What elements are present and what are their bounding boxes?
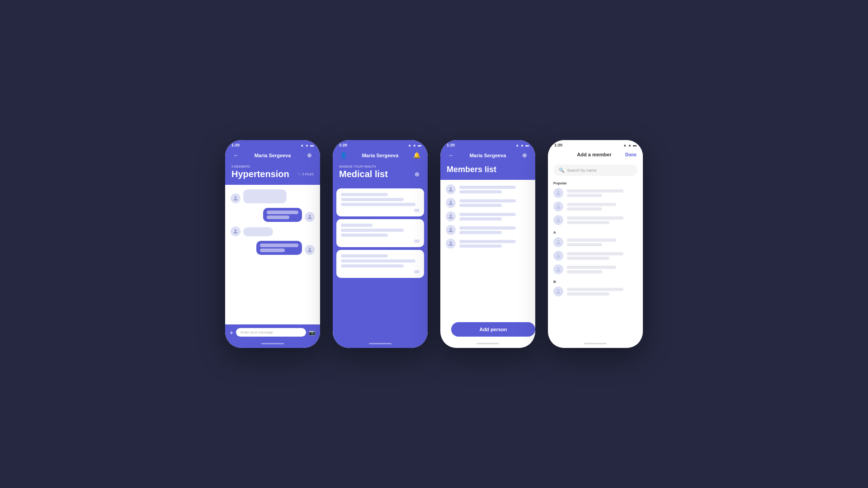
member-row-5[interactable] [446, 239, 530, 249]
page-header-2: MANAGE YOUR HEALTH Medical list ⊕ [333, 163, 428, 185]
status-time-1: 1:20 [231, 143, 240, 147]
page-header-1: 5 MEMBERS Hypertension 📎 5 FILES [225, 163, 320, 185]
add-member-title: Add a member [563, 152, 625, 157]
svg-point-11 [557, 218, 560, 220]
member-row-4[interactable] [446, 225, 530, 235]
svg-point-15 [557, 289, 560, 291]
status-icons-1: ▲ ▲ ▬ [300, 143, 314, 147]
phone-medical: 1:20 ▲ ▲ ▬ 👤 Maria Sergeeva 🔔 MANAGE YOU… [333, 140, 428, 348]
avatar-3 [231, 226, 241, 236]
status-bar-1: 1:20 ▲ ▲ ▬ [225, 140, 320, 149]
status-bar-3: 1:20 ▲ ▲ ▬ [440, 140, 535, 149]
chat-input-bar: + Enter your message 📷 [225, 324, 320, 340]
svg-point-10 [557, 204, 560, 206]
files-icon: 📎 [297, 173, 302, 176]
search-bar[interactable]: 🔍 Search by name [553, 164, 637, 176]
contact-a-1[interactable] [553, 237, 637, 247]
chat-messages [225, 185, 320, 259]
header-row-3: ← Maria Sergeeva ⊕ [447, 152, 529, 159]
header-3: ← Maria Sergeeva ⊕ [440, 149, 535, 163]
svg-point-3 [309, 248, 311, 250]
header-row-2: 👤 Maria Sergeeva 🔔 [339, 152, 421, 159]
phone-members: 1:20 ▲ ▲ ▬ ← Maria Sergeeva ⊕ Members li… [440, 140, 535, 348]
avatar-4 [305, 245, 315, 255]
phone-add-member: 1:20 ▲ ▲ ▬ Add a member Done 🔍 Search by… [548, 140, 643, 348]
svg-point-12 [557, 240, 560, 242]
phones-container: 1:20 ▲ ▲ ▬ ← Maria Sergeeva ⊕ 5 MEMBERS … [225, 140, 643, 348]
svg-point-5 [450, 201, 452, 203]
plus-icon-3[interactable]: ⊕ [520, 152, 529, 159]
plus-icon-chat[interactable]: + [230, 329, 233, 336]
section-a: A [548, 229, 643, 278]
member-avatar-5 [446, 239, 456, 249]
svg-point-2 [235, 229, 237, 231]
files-badge: 📎 5 FILES [297, 173, 314, 176]
medical-card-2[interactable] [336, 219, 424, 247]
manage-health-label: MANAGE YOUR HEALTH [339, 165, 421, 168]
medical-card-3[interactable] [336, 250, 424, 278]
chat-content-area [225, 185, 320, 324]
contact-popular-3[interactable] [553, 215, 637, 225]
chat-row-4 [231, 241, 315, 255]
members-page-title: Members list [447, 165, 496, 174]
person-icon-2[interactable]: 👤 [339, 152, 348, 159]
search-icon: 🔍 [559, 168, 564, 173]
svg-point-14 [557, 267, 560, 269]
svg-point-1 [309, 215, 311, 217]
contact-b-1[interactable] [553, 286, 637, 296]
add-member-header: Add a member Done [548, 149, 643, 162]
medical-card-1[interactable] [336, 188, 424, 216]
section-b: B [548, 278, 643, 300]
phone-chat: 1:20 ▲ ▲ ▬ ← Maria Sergeeva ⊕ 5 MEMBERS … [225, 140, 320, 348]
popular-section: Popular [548, 179, 643, 229]
svg-point-4 [450, 187, 452, 189]
add-person-button[interactable]: Add person [451, 322, 535, 337]
contact-avatar-a1 [553, 237, 563, 247]
member-row-1[interactable] [446, 184, 530, 194]
back-icon-3[interactable]: ← [447, 152, 456, 159]
home-indicator-1 [225, 340, 320, 348]
status-icons-3: ▲ ▲ ▬ [515, 143, 529, 147]
popular-label: Popular [553, 181, 637, 185]
header-row-1: ← Maria Sergeeva ⊕ [231, 152, 314, 159]
search-placeholder: Search by name [567, 168, 597, 173]
bubble-3 [243, 227, 273, 236]
message-input[interactable]: Enter your message [236, 328, 306, 337]
back-icon-1[interactable]: ← [231, 152, 241, 159]
page-header-row-2: Medical list ⊕ [339, 169, 421, 179]
member-avatar-3 [446, 211, 456, 221]
status-icons-2: ▲ ▲ ▬ [408, 143, 421, 147]
contact-avatar-p3 [553, 215, 563, 225]
status-bar-4: 1:20 ▲ ▲ ▬ [548, 140, 643, 149]
home-indicator-3 [440, 340, 535, 348]
done-button[interactable]: Done [625, 152, 637, 157]
member-avatar-2 [446, 198, 456, 208]
header-title-3: Maria Sergeeva [456, 153, 520, 158]
contact-popular-2[interactable] [553, 202, 637, 211]
header-title-2: Maria Sergeeva [348, 153, 412, 158]
members-content-area [440, 180, 535, 319]
plus-medical[interactable]: ⊕ [412, 171, 421, 178]
plus-icon-1[interactable]: ⊕ [305, 152, 314, 159]
member-avatar-1 [446, 184, 456, 194]
members-count-label: 5 MEMBERS [231, 165, 314, 168]
add-member-header-row: Add a member Done [554, 152, 637, 157]
contact-a-2[interactable] [553, 251, 637, 261]
battery-icon-1: ▬ [310, 143, 314, 147]
svg-point-0 [235, 196, 237, 198]
camera-icon[interactable]: 📷 [309, 329, 316, 336]
member-row-2[interactable] [446, 198, 530, 208]
section-a-label: A [553, 230, 637, 235]
signal-icon-1: ▲ [300, 143, 304, 147]
contact-avatar-a3 [553, 264, 563, 274]
bell-icon-2[interactable]: 🔔 [412, 152, 421, 159]
contact-popular-1[interactable] [553, 188, 637, 198]
home-indicator-2 [333, 340, 428, 348]
chat-row-3 [231, 226, 315, 236]
contact-a-3[interactable] [553, 264, 637, 274]
member-row-3[interactable] [446, 211, 530, 221]
page-title-2: Medical list [339, 169, 388, 179]
wifi-icon-1: ▲ [305, 143, 309, 147]
contact-avatar-a2 [553, 251, 563, 261]
contact-avatar-p2 [553, 202, 563, 211]
